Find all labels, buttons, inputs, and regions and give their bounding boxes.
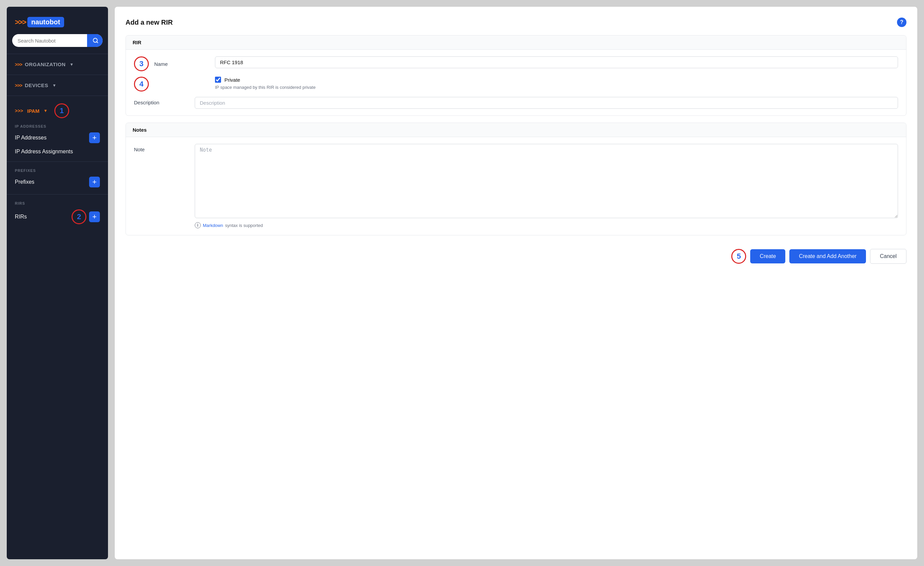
markdown-text: syntax is supported — [225, 223, 263, 228]
private-row: 4 Private IP space managed by this RIR i… — [134, 77, 898, 92]
private-label[interactable]: Private — [224, 77, 240, 83]
note-field: i Markdown syntax is supported — [195, 144, 898, 228]
step-5-circle: 5 — [731, 249, 746, 264]
ipam-arrows: >>> — [15, 108, 23, 113]
footer-step-area: 5 Create — [731, 249, 785, 264]
rir-section-body: 3 Name 4 — [126, 50, 906, 116]
markdown-hint: i Markdown syntax is supported — [195, 222, 898, 228]
org-label: ORGANIZATION — [25, 62, 66, 67]
logo-text: nautobot — [27, 17, 64, 27]
ip-addresses-label: IP Addresses — [15, 135, 46, 141]
rir-section-header: RIR — [126, 35, 906, 50]
step-1-circle: 1 — [54, 103, 69, 118]
main-content: Add a new RIR ? RIR 3 Name — [115, 7, 917, 559]
markdown-link[interactable]: Markdown — [203, 223, 223, 228]
ipam-chevron: ▼ — [44, 108, 48, 113]
private-hint: IP space managed by this RIR is consider… — [215, 85, 898, 90]
info-icon: i — [195, 222, 201, 228]
rirs-right: 2 + — [72, 209, 100, 224]
rirs-section-label: RIRS — [7, 199, 108, 207]
private-field: Private IP space managed by this RIR is … — [215, 77, 898, 90]
help-icon[interactable]: ? — [897, 18, 906, 27]
nav-section-ipam: >>> IPAM ▼ 1 IP ADDRESSES IP Addresses +… — [7, 96, 108, 161]
search-button[interactable] — [87, 34, 103, 47]
private-checkbox[interactable] — [215, 77, 221, 83]
note-row: Note i Markdown syntax is supported — [134, 144, 898, 228]
add-ip-addresses-button[interactable]: + — [89, 132, 100, 143]
name-row: 3 Name — [134, 56, 898, 71]
search-icon — [93, 38, 99, 44]
nav-section-devices: >>> DEVICES ▼ — [7, 75, 108, 96]
note-label: Note — [134, 144, 188, 152]
nav-section-rirs: RIRS RIRs 2 + — [7, 194, 108, 231]
prefixes-label: Prefixes — [15, 179, 34, 185]
sidebar-item-prefixes[interactable]: Prefixes + — [7, 174, 108, 190]
note-textarea[interactable] — [195, 144, 898, 218]
svg-line-1 — [96, 42, 98, 42]
devices-arrows: >>> — [15, 83, 22, 88]
sidebar-item-ip-addresses[interactable]: IP Addresses + — [7, 130, 108, 146]
private-checkbox-row: Private — [215, 77, 898, 83]
create-button[interactable]: Create — [750, 249, 785, 263]
sidebar-item-rirs[interactable]: RIRs 2 + — [7, 207, 108, 227]
add-prefixes-button[interactable]: + — [89, 177, 100, 187]
modal-header: Add a new RIR ? — [126, 18, 906, 27]
name-input[interactable] — [215, 56, 898, 68]
add-rirs-button[interactable]: + — [89, 211, 100, 222]
nav-section-prefixes: PREFIXES Prefixes + — [7, 161, 108, 194]
ipam-label: IPAM — [27, 108, 39, 114]
modal-title: Add a new RIR — [126, 18, 173, 26]
notes-section-body: Note i Markdown syntax is supported — [126, 137, 906, 235]
sidebar-item-devices[interactable]: >>> DEVICES ▼ — [7, 79, 108, 92]
notes-section-header: Notes — [126, 123, 906, 137]
sidebar-item-organization[interactable]: >>> ORGANIZATION ▼ — [7, 58, 108, 71]
ip-address-assignments-label: IP Address Assignments — [15, 149, 73, 155]
name-label-area: 3 Name — [134, 56, 208, 71]
step-4-circle: 4 — [134, 77, 149, 92]
name-label: Name — [154, 61, 208, 67]
prefixes-section-label: PREFIXES — [7, 166, 108, 174]
org-chevron: ▼ — [69, 62, 74, 67]
devices-chevron: ▼ — [52, 83, 56, 88]
logo: >>> nautobot — [7, 14, 108, 34]
description-row: Description — [134, 97, 898, 109]
rir-section: RIR 3 Name — [126, 35, 906, 116]
search-input[interactable] — [12, 34, 87, 47]
name-field — [215, 56, 898, 68]
rirs-label: RIRs — [15, 214, 27, 220]
modal-container: Add a new RIR ? RIR 3 Name — [115, 7, 917, 559]
description-input[interactable] — [195, 97, 898, 109]
sidebar-item-ipam[interactable]: >>> IPAM ▼ 1 — [7, 100, 108, 122]
ip-addresses-section-label: IP ADDRESSES — [7, 122, 108, 130]
step-2-circle: 2 — [72, 209, 86, 224]
step-3-circle: 3 — [134, 56, 149, 71]
nav-section-organization: >>> ORGANIZATION ▼ — [7, 54, 108, 75]
cancel-button[interactable]: Cancel — [870, 249, 906, 264]
description-field — [195, 97, 898, 109]
logo-arrows: >>> — [15, 18, 26, 27]
notes-section: Notes Note i Markdown syntax is supporte… — [126, 123, 906, 235]
devices-label: DEVICES — [25, 83, 48, 88]
org-arrows: >>> — [15, 62, 22, 67]
sidebar-item-ip-address-assignments[interactable]: IP Address Assignments — [7, 146, 108, 157]
search-bar[interactable] — [12, 34, 103, 47]
modal-footer: 5 Create Create and Add Another Cancel — [126, 242, 906, 264]
create-and-add-button[interactable]: Create and Add Another — [789, 249, 866, 263]
description-label: Description — [134, 97, 188, 105]
sidebar: >>> nautobot >>> ORGANIZATION ▼ >>> DEVI… — [7, 7, 108, 559]
